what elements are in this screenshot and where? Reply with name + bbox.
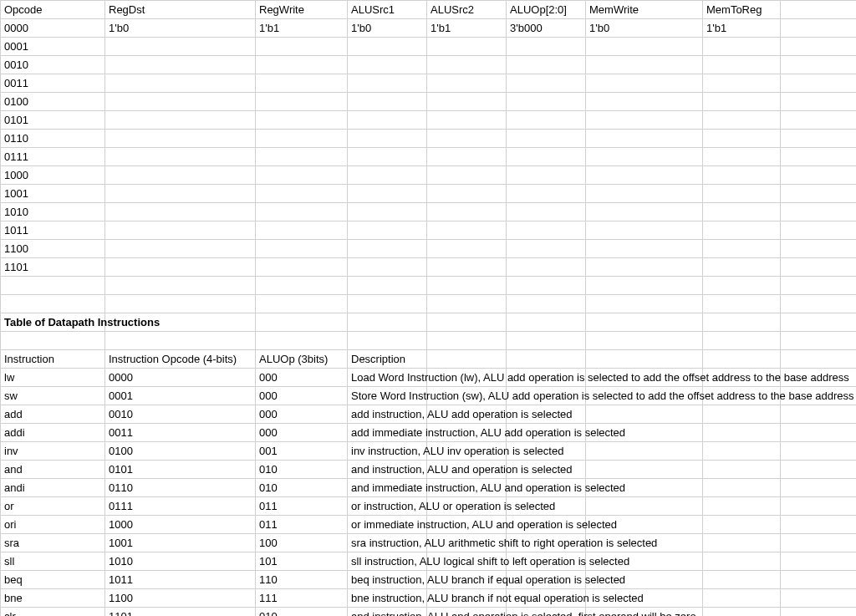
cell[interactable]: 0011 (105, 424, 256, 442)
cell[interactable]: 0010 (105, 405, 256, 424)
cell[interactable] (105, 240, 256, 258)
cell[interactable] (781, 442, 857, 461)
cell[interactable] (105, 56, 256, 74)
cell[interactable] (586, 405, 703, 424)
cell[interactable]: 1'b1 (256, 19, 348, 38)
cell[interactable]: Description (348, 350, 427, 369)
cell[interactable] (507, 258, 586, 277)
cell[interactable] (256, 258, 348, 277)
cell[interactable] (586, 258, 703, 277)
cell[interactable]: 0001 (1, 38, 105, 56)
cell[interactable] (703, 295, 781, 313)
cell[interactable] (105, 295, 256, 313)
cell[interactable] (507, 56, 586, 74)
cell[interactable] (348, 148, 427, 166)
cell[interactable]: Table of Datapath Instructions (1, 313, 105, 332)
cell[interactable] (703, 442, 781, 461)
cell[interactable]: Instruction (1, 350, 105, 369)
cell[interactable] (105, 185, 256, 203)
cell[interactable] (105, 166, 256, 185)
cell[interactable] (781, 130, 857, 148)
cell[interactable] (427, 148, 507, 166)
cell[interactable] (256, 111, 348, 130)
cell[interactable] (703, 516, 781, 534)
cell[interactable]: 011 (256, 497, 348, 516)
cell[interactable] (703, 479, 781, 497)
cell[interactable] (781, 56, 857, 74)
cell[interactable] (256, 313, 348, 332)
cell[interactable] (586, 56, 703, 74)
cell[interactable] (348, 221, 427, 240)
cell[interactable] (256, 277, 348, 295)
cell[interactable]: bne (1, 589, 105, 608)
cell[interactable]: 0001 (105, 387, 256, 405)
cell[interactable] (703, 608, 781, 617)
cell[interactable] (427, 56, 507, 74)
cell[interactable] (507, 203, 586, 221)
cell[interactable] (781, 203, 857, 221)
cell[interactable] (586, 497, 703, 516)
cell[interactable]: add (1, 405, 105, 424)
cell[interactable] (105, 277, 256, 295)
cell[interactable] (781, 589, 857, 608)
cell[interactable] (507, 313, 586, 332)
cell[interactable] (105, 130, 256, 148)
cell[interactable] (781, 405, 857, 424)
cell[interactable] (586, 221, 703, 240)
cell[interactable]: 1100 (105, 589, 256, 608)
cell[interactable] (507, 350, 586, 369)
cell[interactable]: 0110 (105, 479, 256, 497)
cell[interactable]: 1'b0 (348, 19, 427, 38)
cell[interactable]: 0000 (105, 369, 256, 387)
cell[interactable] (427, 185, 507, 203)
cell[interactable] (703, 534, 781, 552)
cell[interactable] (781, 111, 857, 130)
cell[interactable] (703, 277, 781, 295)
cell[interactable] (781, 240, 857, 258)
cell[interactable] (586, 350, 703, 369)
cell[interactable]: 0101 (105, 461, 256, 479)
cell[interactable]: 000 (256, 405, 348, 424)
cell[interactable] (1, 332, 105, 350)
cell[interactable]: sra (1, 534, 105, 552)
cell[interactable]: 0111 (1, 148, 105, 166)
cell[interactable]: Store Word Instruction (sw), ALU add ope… (348, 387, 427, 405)
cell[interactable] (781, 424, 857, 442)
cell[interactable]: add instruction, ALU add operation is se… (348, 405, 427, 424)
cell[interactable] (586, 313, 703, 332)
cell[interactable] (781, 277, 857, 295)
cell[interactable] (507, 240, 586, 258)
cell[interactable]: RegWrite (256, 1, 348, 19)
cell[interactable] (348, 93, 427, 111)
cell[interactable] (427, 332, 507, 350)
cell[interactable] (348, 240, 427, 258)
cell[interactable] (105, 148, 256, 166)
cell[interactable]: 010 (256, 461, 348, 479)
cell[interactable] (703, 350, 781, 369)
cell[interactable] (703, 185, 781, 203)
cell[interactable]: sll instruction, ALU logical shift to le… (348, 552, 427, 571)
cell[interactable] (586, 166, 703, 185)
cell[interactable]: inv instruction, ALU inv operation is se… (348, 442, 427, 461)
cell[interactable] (703, 166, 781, 185)
cell[interactable]: Instruction Opcode (4-bits) (105, 350, 256, 369)
cell[interactable] (256, 148, 348, 166)
cell[interactable] (703, 258, 781, 277)
cell[interactable]: 1'b1 (427, 19, 507, 38)
cell[interactable]: 000 (256, 369, 348, 387)
cell[interactable] (427, 240, 507, 258)
cell[interactable] (781, 332, 857, 350)
cell[interactable]: 1000 (105, 516, 256, 534)
cell[interactable] (781, 295, 857, 313)
cell[interactable] (781, 166, 857, 185)
cell[interactable] (427, 111, 507, 130)
cell[interactable] (703, 130, 781, 148)
cell[interactable] (507, 332, 586, 350)
cell[interactable] (348, 203, 427, 221)
cell[interactable] (427, 130, 507, 148)
cell[interactable] (781, 221, 857, 240)
cell[interactable] (507, 93, 586, 111)
cell[interactable] (781, 479, 857, 497)
cell[interactable]: lw (1, 369, 105, 387)
cell[interactable]: 0101 (1, 111, 105, 130)
